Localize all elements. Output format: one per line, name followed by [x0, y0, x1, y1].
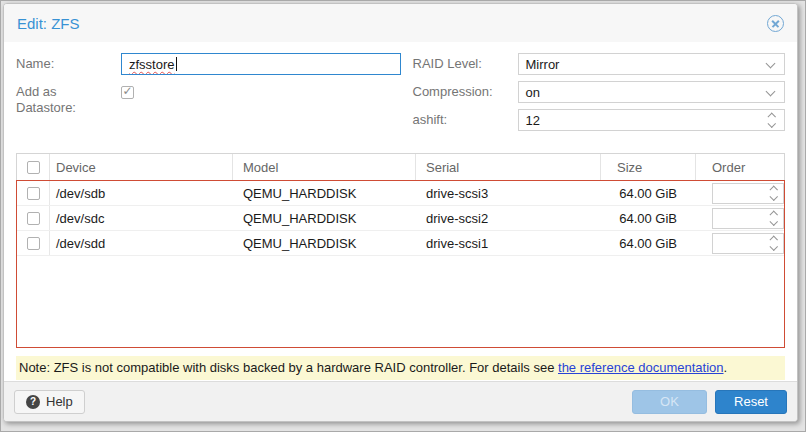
compression-label: Compression:: [413, 81, 518, 103]
zfs-form: Name: zfsstore Add as Datastore: ✓: [16, 53, 785, 137]
column-header-model[interactable]: Model: [233, 154, 416, 180]
row-checkbox[interactable]: [27, 187, 40, 200]
table-row[interactable]: /dev/sdb QEMU_HARDDISK drive-scsi3 64.00…: [17, 181, 784, 206]
ashift-value: 12: [526, 113, 540, 128]
edit-zfs-dialog: Edit: ZFS Name: zfsstore Add as Datastor…: [3, 3, 798, 422]
order-spinner[interactable]: [712, 233, 784, 254]
model-cell: QEMU_HARDDISK: [233, 231, 416, 255]
column-header-serial[interactable]: Serial: [416, 154, 601, 180]
table-row[interactable]: /dev/sdd QEMU_HARDDISK drive-scsi1 64.00…: [17, 231, 784, 256]
reference-documentation-link[interactable]: the reference documentation: [558, 360, 724, 375]
compression-select[interactable]: on: [518, 81, 786, 103]
name-input-value: zfsstore: [129, 57, 175, 72]
chevron-down-icon[interactable]: [767, 88, 777, 95]
raid-level-select[interactable]: Mirror: [518, 53, 786, 75]
spinner-down-icon[interactable]: [769, 192, 777, 200]
device-cell: /dev/sdc: [50, 206, 233, 230]
ashift-label: ashift:: [413, 109, 518, 131]
table-row[interactable]: /dev/sdc QEMU_HARDDISK drive-scsi2 64.00…: [17, 206, 784, 231]
row-checkbox[interactable]: [27, 237, 40, 250]
order-spinner[interactable]: [712, 208, 784, 229]
device-cell: /dev/sdd: [50, 231, 233, 255]
question-icon: ?: [26, 395, 40, 409]
size-cell: 64.00 GiB: [601, 206, 696, 230]
help-button[interactable]: ? Help: [14, 390, 85, 414]
serial-cell: drive-scsi3: [416, 181, 601, 205]
note-text-suffix: .: [724, 360, 728, 375]
ok-button[interactable]: OK: [632, 390, 707, 414]
spinner-down-icon[interactable]: [769, 217, 777, 225]
reset-button[interactable]: Reset: [715, 390, 787, 414]
size-cell: 64.00 GiB: [601, 181, 696, 205]
order-spinner[interactable]: [712, 183, 784, 204]
serial-cell: drive-scsi1: [416, 231, 601, 255]
row-checkbox[interactable]: [27, 212, 40, 225]
note-banner: Note: ZFS is not compatible with disks b…: [16, 356, 785, 380]
note-text: Note: ZFS is not compatible with disks b…: [19, 360, 558, 375]
add-as-datastore-checkbox[interactable]: ✓: [121, 86, 134, 99]
column-header-size[interactable]: Size: [601, 154, 696, 180]
raid-level-label: RAID Level:: [413, 53, 518, 75]
serial-cell: drive-scsi2: [416, 206, 601, 230]
dialog-footer: ? Help OK Reset: [4, 381, 797, 421]
screenshot-frame: Edit: ZFS Name: zfsstore Add as Datastor…: [0, 0, 806, 432]
dialog-body: Name: zfsstore Add as Datastore: ✓: [4, 42, 797, 381]
column-header-order[interactable]: Order: [696, 154, 784, 180]
model-cell: QEMU_HARDDISK: [233, 181, 416, 205]
check-icon: ✓: [122, 85, 132, 97]
form-left-column: Name: zfsstore Add as Datastore: ✓: [16, 53, 401, 137]
help-button-label: Help: [46, 394, 73, 409]
dialog-title: Edit: ZFS: [17, 15, 80, 32]
name-label: Name:: [16, 53, 121, 75]
column-header-device[interactable]: Device: [50, 154, 233, 180]
spinner-down-icon[interactable]: [769, 242, 777, 250]
ashift-spinner[interactable]: 12: [518, 109, 786, 131]
disk-table-body: /dev/sdb QEMU_HARDDISK drive-scsi3 64.00…: [16, 180, 785, 348]
disk-table-header: Device Model Serial Size Order: [16, 153, 785, 180]
chevron-down-icon[interactable]: [767, 60, 777, 67]
text-caret: [176, 57, 177, 71]
form-right-column: RAID Level: Mirror Compression: on: [401, 53, 786, 137]
device-cell: /dev/sdb: [50, 181, 233, 205]
raid-level-value: Mirror: [526, 57, 560, 72]
model-cell: QEMU_HARDDISK: [233, 206, 416, 230]
spinner-down-icon[interactable]: [767, 119, 775, 127]
size-cell: 64.00 GiB: [601, 231, 696, 255]
add-as-datastore-label: Add as Datastore:: [16, 81, 121, 116]
disk-table: Device Model Serial Size Order /dev/sdb …: [16, 153, 785, 348]
dialog-titlebar: Edit: ZFS: [4, 4, 797, 42]
name-input[interactable]: zfsstore: [121, 53, 401, 75]
compression-value: on: [526, 85, 540, 100]
select-all-checkbox[interactable]: [27, 161, 40, 174]
close-icon[interactable]: [767, 15, 784, 32]
